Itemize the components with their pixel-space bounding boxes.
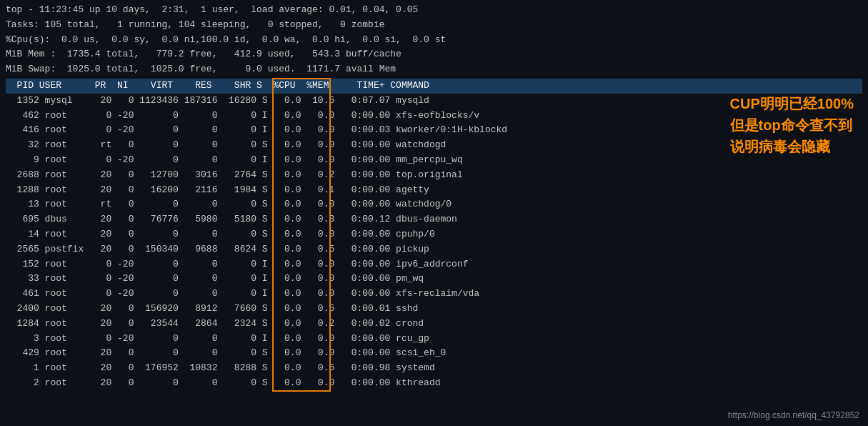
table-row: 1284 root 20 0 23544 2864 2324 S 0.0 0.2… [6,317,862,332]
table-row: 2688 root 20 0 12700 3016 2764 S 0.0 0.2… [6,168,862,183]
table-row: 33 root 0 -20 0 0 0 I 0.0 0.0 0:00.00 pm… [6,272,862,287]
table-header: PID USER PR NI VIRT RES SHR S %CPU %MEM … [6,79,862,94]
header-line-1: top - 11:23:45 up 10 days, 2:31, 1 user,… [6,3,862,18]
table-row: 2400 root 20 0 156920 8912 7660 S 0.0 0.… [6,302,862,317]
table-row: 1 root 20 0 176952 10832 8288 S 0.0 0.6 … [6,361,862,376]
annotation-box: CUP明明已经100% 但是top命令查不到 说明病毒会隐藏 [730,93,854,157]
table-row: 461 root 0 -20 0 0 0 I 0.0 0.0 0:00.00 x… [6,287,862,302]
table-row: 2 root 20 0 0 0 0 S 0.0 0.0 0:00.00 kthr… [6,376,862,391]
table-row: 429 root 20 0 0 0 0 S 0.0 0.0 0:00.00 sc… [6,346,862,361]
table-row: 14 root 20 0 0 0 0 S 0.0 0.0 0:00.00 cpu… [6,227,862,242]
annotation-line3: 说明病毒会隐藏 [730,136,854,157]
watermark: https://blog.csdn.net/qq_43792852 [728,410,859,420]
header-line-2: Tasks: 105 total, 1 running, 104 sleepin… [6,18,862,33]
table-row: 2565 postfix 20 0 150340 9688 8624 S 0.0… [6,242,862,257]
header-line-4: MiB Mem : 1735.4 total, 779.2 free, 412.… [6,47,862,62]
header-line-5: MiB Swap: 1025.0 total, 1025.0 free, 0.0… [6,62,862,77]
header-line-3: %Cpu(s): 0.0 us, 0.0 sy, 0.0 ni,100.0 id… [6,33,862,48]
table-row: 152 root 0 -20 0 0 0 I 0.0 0.0 0:00.00 i… [6,257,862,272]
terminal-window: top - 11:23:45 up 10 days, 2:31, 1 user,… [0,0,868,426]
table-row: 695 dbus 20 0 76776 5980 5180 S 0.0 0.3 … [6,212,862,227]
table-row: 3 root 0 -20 0 0 0 I 0.0 0.0 0:00.00 rcu… [6,332,862,347]
table-row: 13 root rt 0 0 0 0 S 0.0 0.0 0:00.00 wat… [6,197,862,212]
table-row: 1288 root 20 0 16200 2116 1984 S 0.0 0.1… [6,183,862,198]
annotation-line1: CUP明明已经100% [730,93,854,114]
top-header: top - 11:23:45 up 10 days, 2:31, 1 user,… [6,3,862,77]
annotation-line2: 但是top命令查不到 [730,114,854,136]
